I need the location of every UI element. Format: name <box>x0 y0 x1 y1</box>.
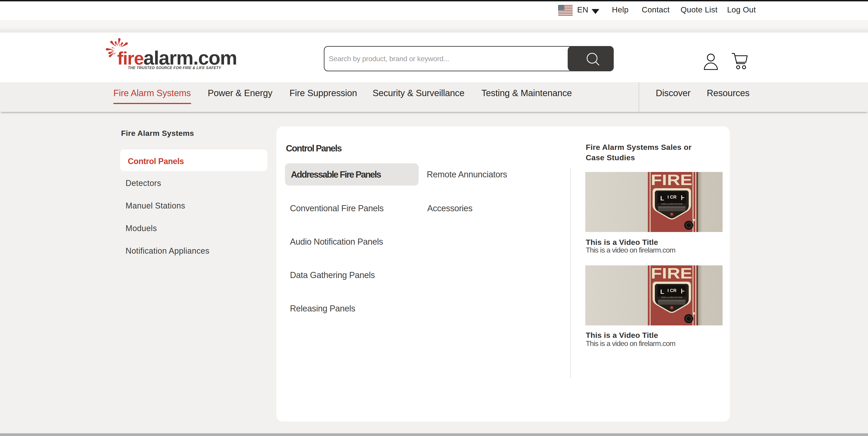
svg-text:fire: fire <box>117 48 144 68</box>
svg-text:alarm.com: alarm.com <box>144 47 237 69</box>
svg-text:THE TRUSTED SOURCE FOR FIRE &: THE TRUSTED SOURCE FOR FIRE & LIFE SAFET… <box>128 66 221 70</box>
